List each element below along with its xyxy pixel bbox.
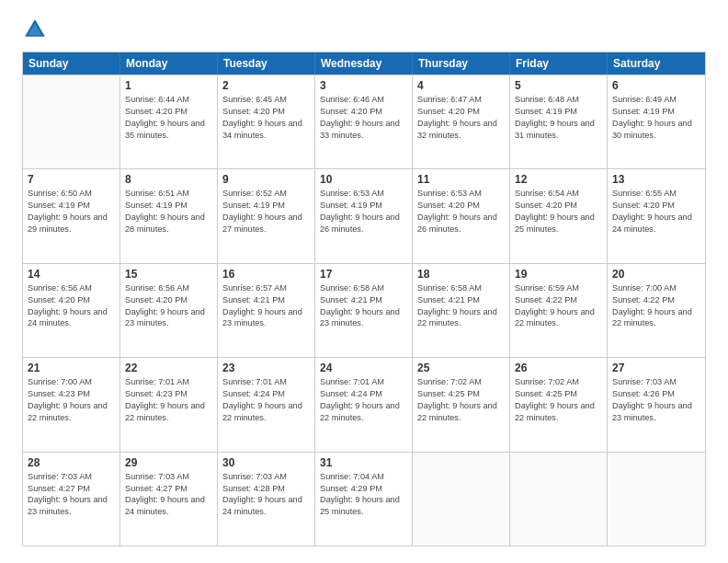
day-number: 6 (612, 79, 700, 92)
calendar-header-day: Thursday (413, 52, 510, 75)
day-number: 3 (320, 79, 407, 92)
day-number: 30 (222, 456, 310, 469)
day-number: 16 (222, 268, 310, 281)
day-info: Sunrise: 7:01 AM Sunset: 4:23 PM Dayligh… (125, 376, 212, 424)
day-info: Sunrise: 7:00 AM Sunset: 4:22 PM Dayligh… (612, 282, 700, 330)
day-info: Sunrise: 7:01 AM Sunset: 4:24 PM Dayligh… (320, 376, 407, 424)
day-number: 11 (417, 173, 505, 186)
calendar-week-row: 7Sunrise: 6:50 AM Sunset: 4:19 PM Daylig… (23, 168, 705, 262)
calendar-day-cell: 18Sunrise: 6:58 AM Sunset: 4:21 PM Dayli… (413, 264, 510, 357)
page: SundayMondayTuesdayWednesdayThursdayFrid… (0, 0, 728, 563)
calendar-day-cell (608, 453, 705, 546)
day-info: Sunrise: 7:02 AM Sunset: 4:25 PM Dayligh… (417, 376, 505, 424)
day-number: 7 (28, 173, 115, 186)
day-info: Sunrise: 7:00 AM Sunset: 4:23 PM Dayligh… (28, 376, 115, 424)
calendar-day-cell: 9Sunrise: 6:52 AM Sunset: 4:19 PM Daylig… (218, 169, 315, 262)
calendar-day-cell: 11Sunrise: 6:53 AM Sunset: 4:20 PM Dayli… (413, 169, 510, 262)
day-info: Sunrise: 6:50 AM Sunset: 4:19 PM Dayligh… (28, 188, 115, 236)
calendar-day-cell: 16Sunrise: 6:57 AM Sunset: 4:21 PM Dayli… (218, 264, 315, 357)
day-info: Sunrise: 6:57 AM Sunset: 4:21 PM Dayligh… (222, 282, 310, 330)
day-number: 5 (515, 79, 602, 92)
day-number: 22 (125, 362, 212, 374)
day-number: 21 (28, 362, 115, 374)
calendar-day-cell (23, 75, 120, 168)
calendar-day-cell: 14Sunrise: 6:56 AM Sunset: 4:20 PM Dayli… (23, 264, 120, 357)
day-number: 4 (417, 79, 505, 92)
day-info: Sunrise: 6:56 AM Sunset: 4:20 PM Dayligh… (125, 282, 212, 330)
day-info: Sunrise: 6:48 AM Sunset: 4:19 PM Dayligh… (515, 94, 602, 142)
day-number: 15 (125, 268, 212, 281)
calendar-day-cell: 26Sunrise: 7:02 AM Sunset: 4:25 PM Dayli… (510, 358, 608, 451)
day-info: Sunrise: 6:56 AM Sunset: 4:20 PM Dayligh… (28, 282, 115, 330)
day-number: 1 (125, 79, 212, 92)
calendar-day-cell: 13Sunrise: 6:55 AM Sunset: 4:20 PM Dayli… (608, 169, 705, 262)
day-number: 24 (320, 362, 407, 374)
day-info: Sunrise: 7:03 AM Sunset: 4:26 PM Dayligh… (612, 376, 700, 424)
day-info: Sunrise: 7:01 AM Sunset: 4:24 PM Dayligh… (222, 376, 310, 424)
calendar-day-cell: 1Sunrise: 6:44 AM Sunset: 4:20 PM Daylig… (120, 75, 218, 168)
logo (22, 17, 51, 42)
header (22, 17, 706, 42)
calendar-week-row: 14Sunrise: 6:56 AM Sunset: 4:20 PM Dayli… (23, 263, 705, 357)
calendar-day-cell: 15Sunrise: 6:56 AM Sunset: 4:20 PM Dayli… (120, 264, 218, 357)
calendar-day-cell: 17Sunrise: 6:58 AM Sunset: 4:21 PM Dayli… (315, 264, 413, 357)
day-number: 29 (125, 456, 212, 469)
calendar-day-cell: 12Sunrise: 6:54 AM Sunset: 4:20 PM Dayli… (510, 169, 608, 262)
day-info: Sunrise: 6:47 AM Sunset: 4:20 PM Dayligh… (417, 94, 505, 142)
day-info: Sunrise: 7:04 AM Sunset: 4:29 PM Dayligh… (320, 471, 407, 519)
day-number: 27 (612, 362, 700, 374)
calendar-day-cell: 7Sunrise: 6:50 AM Sunset: 4:19 PM Daylig… (23, 169, 120, 262)
calendar-day-cell: 3Sunrise: 6:46 AM Sunset: 4:20 PM Daylig… (315, 75, 413, 168)
day-number: 8 (125, 173, 212, 186)
calendar-week-row: 28Sunrise: 7:03 AM Sunset: 4:27 PM Dayli… (23, 452, 705, 546)
calendar-day-cell: 28Sunrise: 7:03 AM Sunset: 4:27 PM Dayli… (23, 453, 120, 546)
calendar-day-cell: 6Sunrise: 6:49 AM Sunset: 4:19 PM Daylig… (608, 75, 705, 168)
calendar-day-cell: 21Sunrise: 7:00 AM Sunset: 4:23 PM Dayli… (23, 358, 120, 451)
day-number: 14 (28, 268, 115, 281)
calendar-day-cell: 25Sunrise: 7:02 AM Sunset: 4:25 PM Dayli… (413, 358, 510, 451)
day-number: 13 (612, 173, 700, 186)
calendar-day-cell: 23Sunrise: 7:01 AM Sunset: 4:24 PM Dayli… (218, 358, 315, 451)
day-number: 20 (612, 268, 700, 281)
day-number: 28 (28, 456, 115, 469)
day-number: 9 (222, 173, 310, 186)
calendar-day-cell: 20Sunrise: 7:00 AM Sunset: 4:22 PM Dayli… (608, 264, 705, 357)
day-number: 26 (515, 362, 602, 374)
day-info: Sunrise: 6:46 AM Sunset: 4:20 PM Dayligh… (320, 94, 407, 142)
day-info: Sunrise: 6:53 AM Sunset: 4:20 PM Dayligh… (417, 188, 505, 236)
calendar-day-cell: 22Sunrise: 7:01 AM Sunset: 4:23 PM Dayli… (120, 358, 218, 451)
calendar-header-day: Friday (510, 52, 608, 75)
logo-icon (22, 17, 48, 42)
day-info: Sunrise: 6:45 AM Sunset: 4:20 PM Dayligh… (222, 94, 310, 142)
day-number: 12 (515, 173, 602, 186)
calendar-header: SundayMondayTuesdayWednesdayThursdayFrid… (23, 52, 705, 75)
calendar-header-day: Monday (120, 52, 218, 75)
day-info: Sunrise: 6:44 AM Sunset: 4:20 PM Dayligh… (125, 94, 212, 142)
day-info: Sunrise: 6:59 AM Sunset: 4:22 PM Dayligh… (515, 282, 602, 330)
day-info: Sunrise: 6:51 AM Sunset: 4:19 PM Dayligh… (125, 188, 212, 236)
calendar-day-cell: 31Sunrise: 7:04 AM Sunset: 4:29 PM Dayli… (315, 453, 413, 546)
calendar-body: 1Sunrise: 6:44 AM Sunset: 4:20 PM Daylig… (23, 75, 705, 546)
day-number: 10 (320, 173, 407, 186)
calendar-header-day: Sunday (23, 52, 120, 75)
day-info: Sunrise: 6:54 AM Sunset: 4:20 PM Dayligh… (515, 188, 602, 236)
calendar-day-cell: 29Sunrise: 7:03 AM Sunset: 4:27 PM Dayli… (120, 453, 218, 546)
calendar-header-day: Tuesday (218, 52, 315, 75)
day-info: Sunrise: 6:58 AM Sunset: 4:21 PM Dayligh… (320, 282, 407, 330)
day-number: 17 (320, 268, 407, 281)
day-number: 23 (222, 362, 310, 374)
day-number: 19 (515, 268, 602, 281)
day-info: Sunrise: 6:53 AM Sunset: 4:19 PM Dayligh… (320, 188, 407, 236)
calendar-day-cell: 5Sunrise: 6:48 AM Sunset: 4:19 PM Daylig… (510, 75, 608, 168)
day-info: Sunrise: 6:52 AM Sunset: 4:19 PM Dayligh… (222, 188, 310, 236)
calendar-header-day: Wednesday (315, 52, 413, 75)
calendar-day-cell: 19Sunrise: 6:59 AM Sunset: 4:22 PM Dayli… (510, 264, 608, 357)
day-number: 2 (222, 79, 310, 92)
calendar-day-cell: 4Sunrise: 6:47 AM Sunset: 4:20 PM Daylig… (413, 75, 510, 168)
calendar-week-row: 21Sunrise: 7:00 AM Sunset: 4:23 PM Dayli… (23, 357, 705, 451)
calendar-day-cell: 30Sunrise: 7:03 AM Sunset: 4:28 PM Dayli… (218, 453, 315, 546)
day-info: Sunrise: 6:49 AM Sunset: 4:19 PM Dayligh… (612, 94, 700, 142)
calendar-day-cell: 27Sunrise: 7:03 AM Sunset: 4:26 PM Dayli… (608, 358, 705, 451)
calendar-day-cell (510, 453, 608, 546)
day-number: 25 (417, 362, 505, 374)
